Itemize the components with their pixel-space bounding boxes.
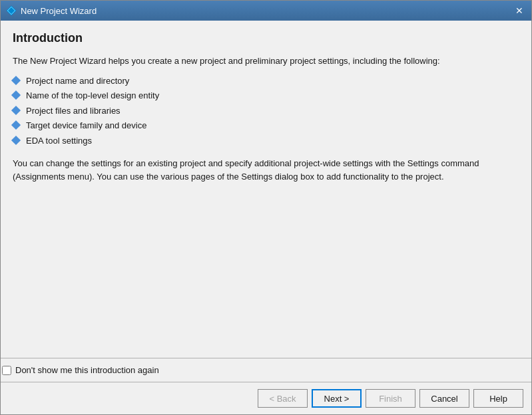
bullet-diamond-icon	[11, 90, 21, 100]
bullet-diamond-icon	[11, 105, 21, 114]
window-title: New Project Wizard	[21, 6, 513, 16]
bullet-list: Project name and directoryName of the to…	[13, 74, 519, 150]
bullet-diamond-icon	[11, 75, 21, 84]
list-item: Project name and directory	[13, 74, 519, 88]
list-item: Target device family and device	[13, 119, 519, 132]
bullet-diamond-icon	[11, 120, 21, 130]
intro-text: The New Project Wizard helps you create …	[13, 55, 519, 68]
finish-button[interactable]: Finish	[366, 389, 415, 408]
list-item: EDA tool settings	[13, 134, 519, 148]
list-item: Name of the top-level design entity	[13, 89, 519, 102]
close-button[interactable]: ✕	[513, 4, 526, 17]
app-icon	[6, 5, 17, 16]
dont-show-label[interactable]: Don't show me this introduction again	[15, 365, 159, 375]
wizard-window: New Project Wizard ✕ Introduction The Ne…	[0, 0, 532, 415]
button-row: < Back Next > Finish Cancel Help	[1, 382, 531, 414]
cancel-button[interactable]: Cancel	[419, 389, 469, 408]
content-area: Introduction The New Project Wizard help…	[1, 21, 531, 358]
dont-show-checkbox[interactable]	[2, 366, 11, 375]
next-button[interactable]: Next >	[312, 389, 362, 408]
back-button[interactable]: < Back	[258, 389, 308, 408]
help-button[interactable]: Help	[473, 389, 523, 408]
bullet-diamond-icon	[11, 135, 21, 144]
list-item: Project files and libraries	[13, 104, 519, 118]
checkbox-row: Don't show me this introduction again	[1, 365, 531, 375]
bottom-section: Don't show me this introduction again	[1, 358, 531, 382]
secondary-text: You can change the settings for an exist…	[13, 157, 519, 183]
title-bar: New Project Wizard ✕	[1, 1, 531, 21]
page-title: Introduction	[13, 31, 519, 45]
